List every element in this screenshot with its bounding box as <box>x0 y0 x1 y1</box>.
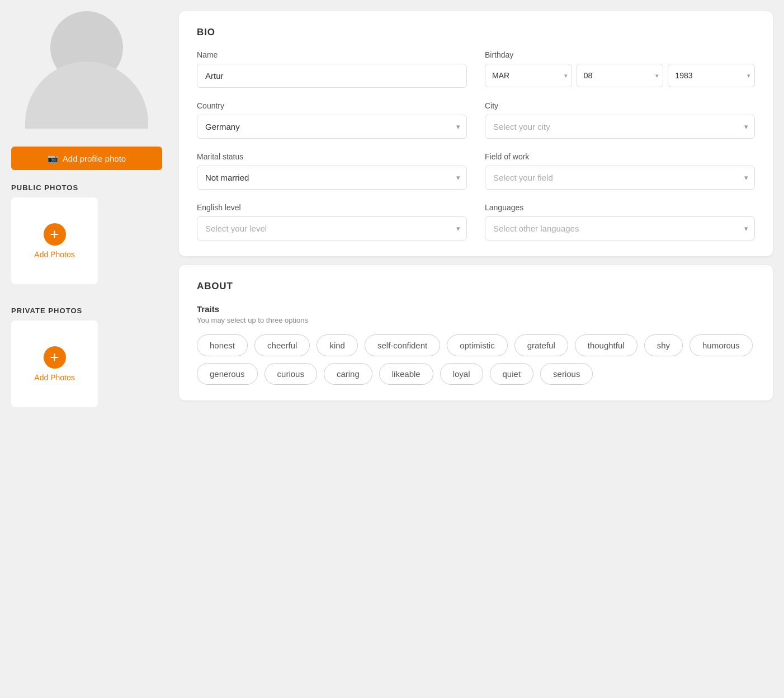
trait-pill-generous[interactable]: generous <box>197 363 258 385</box>
traits-label: Traits <box>197 304 755 314</box>
country-select[interactable]: Germany <box>197 115 467 139</box>
english-label: English level <box>197 203 467 212</box>
english-select-wrapper: Select your level ▾ <box>197 216 467 240</box>
trait-pill-cheerful[interactable]: cheerful <box>254 334 310 356</box>
languages-group: Languages Select other languages ▾ <box>485 203 755 240</box>
trait-pill-grateful[interactable]: grateful <box>514 334 568 356</box>
name-label: Name <box>197 50 467 59</box>
add-public-photo-box[interactable]: + Add Photos <box>11 197 98 284</box>
public-photos-section: PUBLIC PHOTOS + Add Photos <box>11 183 162 298</box>
birthday-month-select[interactable]: MAR JANFEBAPR MAYJUNJUL AUGSEPOCT NOVDEC <box>485 64 572 87</box>
name-group: Name <box>197 50 467 88</box>
marital-select[interactable]: Not married <box>197 166 467 190</box>
country-select-wrapper: Germany ▾ <box>197 115 467 139</box>
english-select[interactable]: Select your level <box>197 216 467 240</box>
traits-subtitle: You may select up to three options <box>197 316 755 324</box>
marital-label: Marital status <box>197 152 467 161</box>
trait-pill-serious[interactable]: serious <box>540 363 593 385</box>
add-public-photos-label: Add Photos <box>34 250 74 259</box>
languages-select[interactable]: Select other languages <box>485 216 755 240</box>
country-city-row: Country Germany ▾ City Select your city <box>197 101 755 139</box>
traits-grid: honestcheerfulkindself-confidentoptimist… <box>197 334 755 385</box>
trait-pill-shy[interactable]: shy <box>644 334 683 356</box>
trait-pill-curious[interactable]: curious <box>265 363 317 385</box>
marital-select-wrapper: Not married ▾ <box>197 166 467 190</box>
trait-pill-self-confident[interactable]: self-confident <box>365 334 440 356</box>
add-public-plus-icon: + <box>44 223 66 246</box>
city-select-wrapper: Select your city ▾ <box>485 115 755 139</box>
languages-select-wrapper: Select other languages ▾ <box>485 216 755 240</box>
bio-title: BIO <box>197 27 755 38</box>
birthday-day-select[interactable]: 08 <box>577 64 664 87</box>
birthday-year-wrap: 1983 ▾ <box>668 64 755 87</box>
birthday-year-select[interactable]: 1983 <box>668 64 755 87</box>
public-photos-label: PUBLIC PHOTOS <box>11 183 78 192</box>
birthday-group: Birthday MAR JANFEBAPR MAYJUNJUL AUGSEPO… <box>485 50 755 88</box>
english-group: English level Select your level ▾ <box>197 203 467 240</box>
birthday-selects: MAR JANFEBAPR MAYJUNJUL AUGSEPOCT NOVDEC… <box>485 64 755 87</box>
trait-pill-loyal[interactable]: loyal <box>440 363 483 385</box>
about-title: ABOUT <box>197 281 755 292</box>
camera-icon: 📷 <box>48 153 58 163</box>
about-card: ABOUT Traits You may select up to three … <box>179 265 773 400</box>
field-select[interactable]: Select your field <box>485 166 755 190</box>
private-photos-label: PRIVATE PHOTOS <box>11 306 82 315</box>
city-select[interactable]: Select your city <box>485 115 755 139</box>
field-group: Field of work Select your field ▾ <box>485 152 755 190</box>
add-profile-photo-button[interactable]: 📷 Add profile photo <box>11 147 162 170</box>
birthday-label: Birthday <box>485 50 755 59</box>
trait-pill-caring[interactable]: caring <box>324 363 372 385</box>
birthday-day-wrap: 08 ▾ <box>577 64 664 87</box>
avatar-body <box>25 62 148 129</box>
add-private-plus-icon: + <box>44 346 66 369</box>
add-private-photo-box[interactable]: + Add Photos <box>11 320 98 407</box>
trait-pill-humorous[interactable]: humorous <box>689 334 753 356</box>
country-label: Country <box>197 101 467 110</box>
add-private-photos-label: Add Photos <box>34 373 74 382</box>
trait-pill-honest[interactable]: honest <box>197 334 248 356</box>
bio-card: BIO Name Birthday MAR JANFEBAPR MAYJUNJU <box>179 11 773 256</box>
city-group: City Select your city ▾ <box>485 101 755 139</box>
trait-pill-kind[interactable]: kind <box>317 334 358 356</box>
trait-pill-quiet[interactable]: quiet <box>490 363 534 385</box>
trait-pill-optimistic[interactable]: optimistic <box>447 334 508 356</box>
name-birthday-row: Name Birthday MAR JANFEBAPR MAYJUNJUL AU… <box>197 50 755 88</box>
marital-field-row: Marital status Not married ▾ Field of wo… <box>197 152 755 190</box>
country-group: Country Germany ▾ <box>197 101 467 139</box>
trait-pill-thoughtful[interactable]: thoughtful <box>575 334 637 356</box>
languages-label: Languages <box>485 203 755 212</box>
main-content: BIO Name Birthday MAR JANFEBAPR MAYJUNJU <box>173 0 784 698</box>
birthday-month-wrap: MAR JANFEBAPR MAYJUNJUL AUGSEPOCT NOVDEC… <box>485 64 572 87</box>
field-select-wrapper: Select your field ▾ <box>485 166 755 190</box>
avatar-area <box>11 11 162 129</box>
add-photo-label: Add profile photo <box>63 154 126 163</box>
sidebar: 📷 Add profile photo PUBLIC PHOTOS + Add … <box>0 0 173 698</box>
city-label: City <box>485 101 755 110</box>
trait-pill-likeable[interactable]: likeable <box>379 363 433 385</box>
field-label: Field of work <box>485 152 755 161</box>
english-languages-row: English level Select your level ▾ Langua… <box>197 203 755 240</box>
name-input[interactable] <box>197 64 467 88</box>
private-photos-section: PRIVATE PHOTOS + Add Photos <box>11 306 162 421</box>
marital-group: Marital status Not married ▾ <box>197 152 467 190</box>
